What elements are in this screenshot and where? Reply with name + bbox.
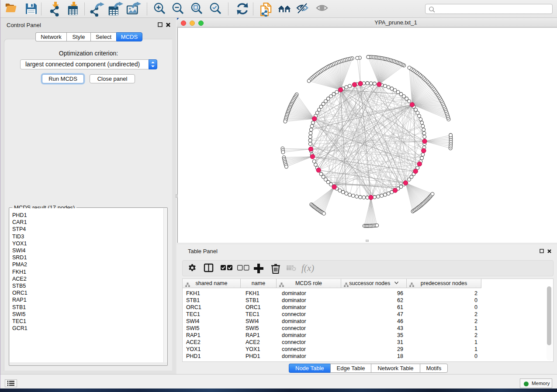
svg-text:f(x): f(x): [301, 263, 314, 273]
